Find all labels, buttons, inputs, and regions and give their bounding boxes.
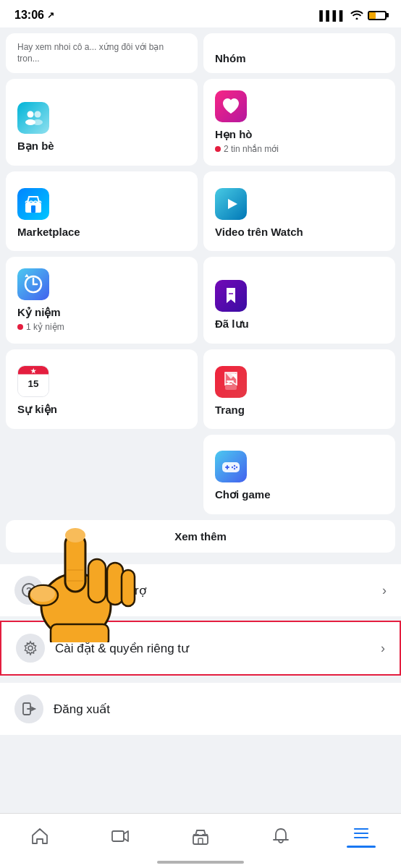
menu-item-dating[interactable]: Hẹn hò 2 tin nhắn mới bbox=[203, 79, 395, 166]
watch-icon bbox=[215, 188, 247, 220]
sign-out-label: Đăng xuất bbox=[54, 702, 110, 717]
memories-badge: 1 kỷ niệm bbox=[17, 322, 186, 332]
menu-item-events[interactable]: ★ 15 Sự kiện bbox=[6, 349, 198, 429]
partial-item-left-text: Hay xem nhoi cô a... xứng đôi với bạn tr… bbox=[17, 42, 186, 64]
marketplace-label: Marketplace bbox=[17, 226, 186, 238]
pages-label: Trang bbox=[215, 404, 384, 416]
svg-rect-46 bbox=[198, 838, 203, 844]
partial-item-nhom-label: Nhóm bbox=[215, 52, 384, 64]
dating-label: Hẹn hò bbox=[215, 128, 384, 141]
nav-item-marketplace[interactable] bbox=[161, 824, 241, 848]
gaming-icon bbox=[215, 451, 247, 482]
svg-point-40 bbox=[28, 646, 33, 650]
marketplace-icon bbox=[17, 188, 49, 220]
bottom-nav bbox=[0, 813, 401, 868]
settings-label: Cài đặt & quyền riêng tư bbox=[55, 641, 189, 656]
svg-point-23 bbox=[234, 465, 235, 467]
saved-icon bbox=[215, 280, 247, 312]
gaming-row: Chơi game bbox=[0, 435, 401, 520]
location-icon: ↗ bbox=[47, 10, 54, 20]
saved-label: Đã lưu bbox=[215, 318, 384, 331]
events-icon: ★ 15 bbox=[17, 365, 49, 397]
events-label: Sự kiện bbox=[17, 403, 186, 416]
sign-out-item[interactable]: Đăng xuất bbox=[0, 683, 401, 735]
svg-rect-22 bbox=[227, 465, 228, 469]
home-nav-icon bbox=[30, 827, 49, 846]
svg-point-2 bbox=[35, 111, 41, 118]
marketplace-nav-icon bbox=[191, 827, 210, 846]
help-section-left: ? Trợ giúp & hỗ trợ bbox=[14, 576, 146, 605]
status-time: 13:06 ↗ bbox=[14, 9, 54, 22]
svg-point-24 bbox=[236, 467, 237, 468]
help-chevron-icon: › bbox=[382, 583, 387, 598]
signal-icon: ▌▌▌▌ bbox=[319, 10, 346, 21]
friends-icon bbox=[17, 102, 49, 134]
dating-icon bbox=[215, 90, 247, 122]
help-icon: ? bbox=[14, 576, 43, 605]
top-partial-items: Hay xem nhoi cô a... xứng đôi với bạn tr… bbox=[0, 27, 401, 73]
see-more-button[interactable]: Xem thêm bbox=[6, 520, 395, 553]
menu-item-gaming[interactable]: Chơi game bbox=[203, 435, 395, 514]
status-bar: 13:06 ↗ ▌▌▌▌ bbox=[0, 0, 401, 27]
nav-item-video[interactable] bbox=[80, 824, 161, 848]
dating-badge-dot bbox=[215, 146, 221, 152]
menu-item-marketplace[interactable]: Marketplace bbox=[6, 171, 198, 251]
nav-item-notifications[interactable] bbox=[240, 824, 321, 848]
pages-icon bbox=[215, 366, 247, 398]
home-indicator bbox=[157, 861, 244, 864]
settings-section-item[interactable]: Cài đặt & quyền riêng tư › bbox=[0, 621, 401, 676]
svg-rect-43 bbox=[112, 831, 124, 841]
menu-grid: Bạn bè Hẹn hò 2 tin nhắn mới bbox=[0, 73, 401, 435]
menu-item-friends[interactable]: Bạn bè bbox=[6, 79, 198, 166]
partial-item-left[interactable]: Hay xem nhoi cô a... xứng đôi với bạn tr… bbox=[6, 33, 198, 73]
sign-out-icon bbox=[14, 694, 43, 723]
svg-text:?: ? bbox=[26, 585, 32, 596]
menu-active-indicator bbox=[347, 846, 376, 848]
friends-label: Bạn bè bbox=[17, 140, 186, 153]
nav-item-menu[interactable] bbox=[321, 821, 401, 851]
svg-text:★: ★ bbox=[30, 367, 37, 375]
dating-badge: 2 tin nhắn mới bbox=[215, 144, 384, 154]
video-nav-icon bbox=[111, 827, 130, 846]
battery-icon bbox=[368, 11, 387, 20]
help-label: Trợ giúp & hỗ trợ bbox=[54, 583, 146, 598]
menu-item-saved[interactable]: Đã lưu bbox=[203, 257, 395, 344]
menu-nav-icon bbox=[352, 824, 371, 843]
svg-marker-6 bbox=[228, 199, 237, 209]
nav-item-home[interactable] bbox=[0, 824, 80, 848]
partial-item-nhom[interactable]: Nhóm bbox=[203, 33, 395, 73]
watch-label: Video trên Watch bbox=[215, 226, 384, 238]
memories-badge-dot bbox=[17, 324, 23, 330]
svg-point-26 bbox=[232, 467, 233, 468]
svg-rect-45 bbox=[193, 835, 208, 844]
menu-item-watch[interactable]: Video trên Watch bbox=[203, 171, 395, 251]
menu-item-memories[interactable]: Kỷ niệm 1 kỷ niệm bbox=[6, 257, 198, 344]
memories-label: Kỷ niệm bbox=[17, 306, 186, 319]
memories-icon bbox=[17, 268, 49, 300]
wifi-icon bbox=[350, 9, 363, 22]
settings-icon bbox=[16, 634, 45, 663]
notifications-nav-icon bbox=[271, 827, 290, 846]
svg-point-0 bbox=[28, 111, 34, 118]
help-section-wrapper: ? Trợ giúp & hỗ trợ › bbox=[0, 564, 401, 616]
settings-section-left: Cài đặt & quyền riêng tư bbox=[16, 634, 189, 663]
svg-rect-5 bbox=[31, 205, 35, 213]
settings-chevron-icon: › bbox=[381, 641, 385, 656]
gaming-label: Chơi game bbox=[215, 488, 384, 501]
svg-point-25 bbox=[234, 468, 235, 469]
svg-point-3 bbox=[33, 119, 43, 125]
menu-item-pages[interactable]: Trang bbox=[203, 349, 395, 429]
status-icons: ▌▌▌▌ bbox=[319, 9, 387, 22]
help-section-item[interactable]: ? Trợ giúp & hỗ trợ › bbox=[0, 564, 401, 616]
svg-text:15: 15 bbox=[28, 378, 39, 389]
